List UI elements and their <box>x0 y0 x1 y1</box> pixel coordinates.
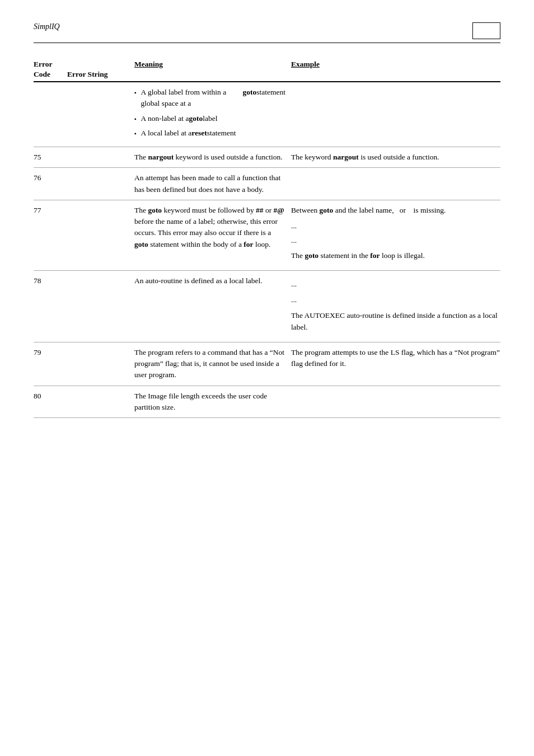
cell-code <box>34 87 67 142</box>
cell-example <box>291 172 500 195</box>
app-title: SimplIQ <box>34 22 60 31</box>
cell-example: Between goto and the label name, or is m… <box>291 205 500 266</box>
cell-error-string <box>67 87 134 142</box>
cell-error-string <box>67 275 134 337</box>
cell-meaning: The Image file length exceeds the user c… <box>134 391 291 414</box>
table-row: A global label from within a global spac… <box>34 82 500 147</box>
meaning-header: Meaning <box>134 60 291 79</box>
dots-4: ... <box>291 294 500 306</box>
cell-code: 80 <box>34 391 67 414</box>
error-string-header: Error String <box>67 70 134 79</box>
list-item: A non-label at a goto label <box>134 113 285 124</box>
dots-1: ... <box>291 220 500 232</box>
table-row: 78 An auto-routine is defined as a local… <box>34 271 500 342</box>
table-row: 77 The goto keyword must be followed by … <box>34 200 500 271</box>
cell-meaning: A global label from within a global spac… <box>134 87 291 142</box>
cell-example <box>291 87 500 142</box>
cell-example: The program attempts to use the LS flag,… <box>291 347 500 381</box>
cell-code: 77 <box>34 205 67 266</box>
list-item: A local label at a reset statement <box>134 128 285 139</box>
table-row: 75 The nargout keyword is used outside a… <box>34 147 500 168</box>
example-header: Example <box>291 60 500 79</box>
example-block: Between goto and the label name, or is m… <box>291 205 500 216</box>
table-header: Error Code Error String Meaning Example <box>34 60 500 82</box>
cell-error-string <box>67 152 134 163</box>
error-label: Error <box>34 60 134 69</box>
table-row: 76 An attempt has been made to call a fu… <box>34 168 500 200</box>
cell-meaning: The nargout keyword is used outside a fu… <box>134 152 291 163</box>
example-block-3: The AUTOEXEC auto-routine is defined ins… <box>291 310 500 333</box>
error-group-header: Error Code Error String <box>34 60 134 79</box>
cell-meaning: The program refers to a command that has… <box>134 347 291 381</box>
bullet-list: A global label from within a global spac… <box>134 87 285 139</box>
cell-example: ... ... The AUTOEXEC auto-routine is def… <box>291 275 500 337</box>
cell-example: The keyword nargout is used outside a fu… <box>291 152 500 163</box>
list-item: A global label from within a global spac… <box>134 87 285 110</box>
cell-code: 76 <box>34 172 67 195</box>
example-block-2: The goto statement in the for loop is il… <box>291 250 500 261</box>
page-header: SimplIQ <box>34 22 500 43</box>
cell-error-string <box>67 172 134 195</box>
cell-error-string <box>67 205 134 266</box>
cell-meaning: An auto-routine is defined as a local la… <box>134 275 291 337</box>
cell-meaning: An attempt has been made to call a funct… <box>134 172 291 195</box>
dots-2: ... <box>291 235 500 246</box>
cell-code: 79 <box>34 347 67 381</box>
cell-meaning: The goto keyword must be followed by ## … <box>134 205 291 266</box>
dots-3: ... <box>291 279 500 290</box>
cell-error-string <box>67 347 134 381</box>
error-table: Error Code Error String Meaning Example … <box>34 60 500 418</box>
cell-code: 78 <box>34 275 67 337</box>
page: SimplIQ Error Code Error String Meaning … <box>0 0 534 452</box>
cell-error-string <box>67 391 134 414</box>
cell-example <box>291 391 500 414</box>
code-header: Code <box>34 70 67 79</box>
cell-code: 75 <box>34 152 67 163</box>
subheaders: Code Error String <box>34 70 134 79</box>
table-row: 79 The program refers to a command that … <box>34 342 500 386</box>
header-box <box>472 22 500 39</box>
table-row: 80 The Image file length exceeds the use… <box>34 386 500 419</box>
